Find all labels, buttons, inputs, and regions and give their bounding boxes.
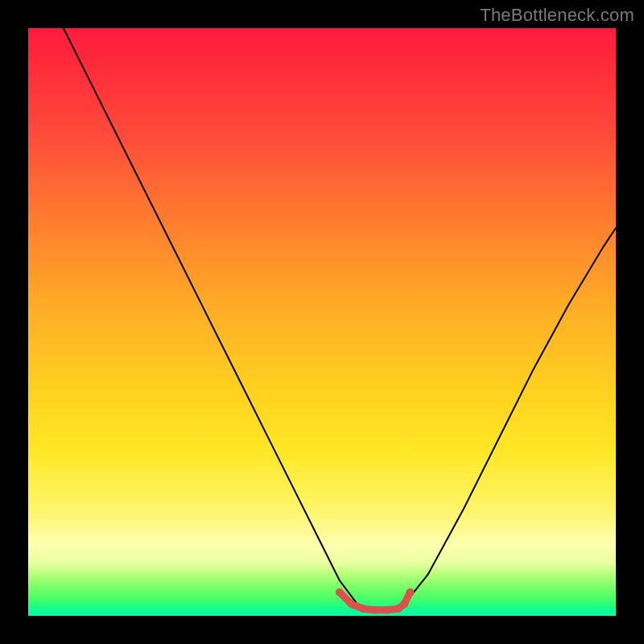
valley-marker-dot [348,600,356,608]
valley-marker-dot [400,600,408,608]
valley-marker-dot [407,588,415,597]
plot-area [28,28,616,616]
valley-marker-dot [359,605,367,613]
chart-frame: TheBottleneck.com [0,0,644,644]
valley-marker-dot [336,588,344,597]
curve-layer [28,28,616,616]
watermark-text: TheBottleneck.com [480,5,634,26]
valley-marker-dot [382,606,390,614]
valley-marker-dot [371,606,379,614]
main-curve [64,28,616,610]
